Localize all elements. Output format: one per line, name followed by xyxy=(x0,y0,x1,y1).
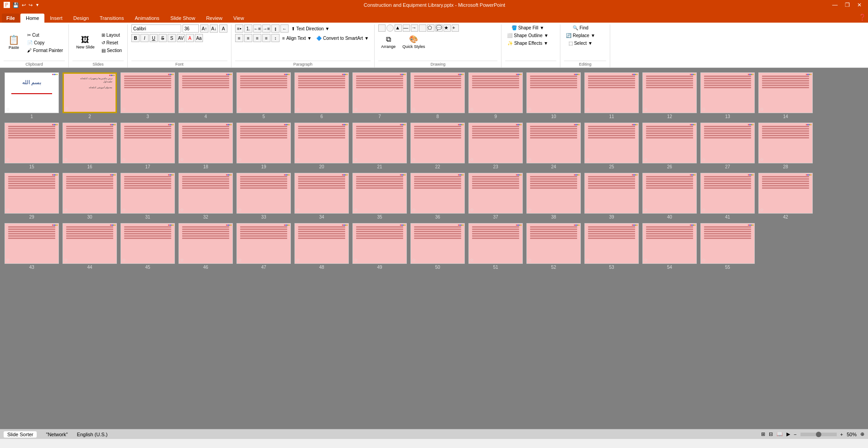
shape-outline-button[interactable]: ⬜ Shape Outline ▼ xyxy=(505,32,550,39)
view-reading-icon[interactable]: 📖 xyxy=(776,431,783,437)
slide-item[interactable]: ☆25 xyxy=(584,123,639,169)
slide-item[interactable]: ☆55 xyxy=(700,223,755,270)
font-color-button[interactable]: A xyxy=(186,34,194,42)
slide-item[interactable]: ☆33 xyxy=(236,173,291,219)
section-button[interactable]: ▤ Section xyxy=(100,47,124,54)
slide-item[interactable]: ☆26 xyxy=(642,123,697,169)
char-spacing-button[interactable]: AV xyxy=(177,34,185,42)
tab-view[interactable]: View xyxy=(228,14,250,23)
slide-item[interactable]: ☆52 xyxy=(526,223,581,270)
slide-item[interactable]: ☆46 xyxy=(178,223,233,270)
view-normal-icon[interactable]: ⊞ xyxy=(761,431,765,437)
slide-item[interactable]: ☆19 xyxy=(236,123,291,169)
view-sorter-icon[interactable]: ⊟ xyxy=(769,431,773,437)
shape-line[interactable]: — xyxy=(403,24,410,32)
zoom-out-button[interactable]: − xyxy=(794,432,796,437)
language-indicator[interactable]: English (U.S.) xyxy=(77,432,108,437)
quick-access-undo[interactable]: ↩ xyxy=(22,2,26,8)
slide-item[interactable]: ☆44 xyxy=(63,223,117,270)
slide-item[interactable]: ☆31 xyxy=(121,173,175,219)
decrease-font-button[interactable]: A↓ xyxy=(210,24,218,33)
slide-item[interactable]: ☆23 xyxy=(468,123,523,169)
slide-item[interactable]: ☆48 xyxy=(294,223,349,270)
zoom-in-button[interactable]: + xyxy=(840,432,843,437)
bullets-button[interactable]: ≡• xyxy=(235,24,243,33)
font-size-input[interactable] xyxy=(183,24,199,33)
clear-format-button[interactable]: A xyxy=(219,24,227,33)
italic-button[interactable]: I xyxy=(140,34,149,42)
tab-file[interactable]: File xyxy=(2,14,19,23)
quick-styles-button[interactable]: 🎨 Quick Styles xyxy=(400,33,428,50)
shape-more[interactable]: + xyxy=(452,24,459,32)
increase-font-button[interactable]: A↑ xyxy=(200,24,208,33)
tab-home[interactable]: Home xyxy=(20,14,44,23)
format-painter-button[interactable]: 🖌 Format Painter xyxy=(25,47,65,54)
shape-callout[interactable]: 💬 xyxy=(435,24,443,32)
slide-item[interactable]: ☆39 xyxy=(584,173,639,219)
slide-item[interactable]: ☆51 xyxy=(468,223,523,270)
slide-item[interactable]: ☆17 xyxy=(121,123,175,169)
arrange-button[interactable]: ⧉ Arrange xyxy=(378,34,398,50)
align-center-button[interactable]: ≡ xyxy=(244,34,252,42)
justify-button[interactable]: ≡ xyxy=(262,34,270,42)
tab-animations[interactable]: Animations xyxy=(129,14,164,23)
slide-item[interactable]: ☆16 xyxy=(63,123,117,169)
tab-transitions[interactable]: Transitions xyxy=(94,14,129,23)
quick-access-save[interactable]: 💾 xyxy=(13,2,19,8)
select-button[interactable]: ⬚ Select ▼ xyxy=(567,40,594,47)
slide-item[interactable]: ☆29 xyxy=(5,173,59,219)
shape-fill-button[interactable]: 🪣 Shape Fill ▼ xyxy=(510,24,546,31)
slide-item[interactable]: ☆49 xyxy=(352,223,407,270)
cut-button[interactable]: ✂ Cut xyxy=(25,32,65,38)
slide-item[interactable]: ☆8 xyxy=(410,72,465,119)
tab-review[interactable]: Review xyxy=(201,14,228,23)
shape-arrow[interactable]: → xyxy=(411,24,418,32)
rtl-button[interactable]: ← xyxy=(280,24,289,33)
slide-sorter-tab[interactable]: Slide Sorter xyxy=(4,431,37,438)
restore-button[interactable]: ❐ xyxy=(842,2,853,8)
shape-effects-button[interactable]: ✨ Shape Effects ▼ xyxy=(506,40,550,47)
slide-item[interactable]: ☆4 xyxy=(178,72,233,119)
line-spacing-button[interactable]: ↕ xyxy=(271,34,280,42)
bold-button[interactable]: B xyxy=(131,34,140,42)
slide-item[interactable]: ☆45 xyxy=(121,223,175,270)
slide-item[interactable]: ☆24 xyxy=(526,123,581,169)
slide-item[interactable]: ☆15 xyxy=(5,123,59,169)
replace-button[interactable]: 🔄 Replace ▼ xyxy=(564,32,597,39)
minimize-button[interactable]: — xyxy=(829,2,840,8)
view-slideshow-icon[interactable]: ▶ xyxy=(786,431,790,437)
layout-button[interactable]: ⊞ Layout xyxy=(100,32,124,38)
slide-item[interactable]: ☆9 xyxy=(468,72,523,119)
align-text-button[interactable]: ≡ Align Text ▼ xyxy=(280,35,313,42)
columns-button[interactable]: ⫿ xyxy=(271,24,280,33)
zoom-slider[interactable] xyxy=(800,433,837,436)
align-left-button[interactable]: ≡ xyxy=(235,34,243,42)
shape-triangle[interactable]: ▲ xyxy=(395,24,402,32)
quick-access-redo[interactable]: ↪ xyxy=(29,2,33,8)
shape-pentagon[interactable]: ⬠ xyxy=(427,24,434,32)
convert-smartart-button[interactable]: 🔷 Convert to SmartArt ▼ xyxy=(314,35,371,42)
slide-item[interactable]: ☆12 xyxy=(642,72,697,119)
slide-item[interactable]: ☆37 xyxy=(468,173,523,219)
slide-item[interactable]: ☆35 xyxy=(352,173,407,219)
zoom-level[interactable]: 50% xyxy=(847,432,857,437)
slide-item[interactable]: ☆28 xyxy=(758,123,813,169)
font-case-button[interactable]: Aa xyxy=(195,34,203,42)
text-direction-button[interactable]: ⬆ Text Direction ▼ xyxy=(289,25,331,32)
slide-item[interactable]: ☆22 xyxy=(410,123,465,169)
quick-access-more[interactable]: ▼ xyxy=(35,3,39,7)
slide-item[interactable]: ☆43 xyxy=(5,223,59,270)
close-button[interactable]: ✕ xyxy=(854,2,864,8)
slide-item[interactable]: ☆6 xyxy=(294,72,349,119)
copy-button[interactable]: 📄 Copy xyxy=(25,39,65,46)
strikethrough-button[interactable]: S xyxy=(159,34,167,42)
network-tab[interactable]: "Network" xyxy=(42,431,71,438)
underline-button[interactable]: U xyxy=(149,34,158,42)
slide-item[interactable]: بسم الله☆1 xyxy=(5,72,59,119)
reset-button[interactable]: ↺ Reset xyxy=(100,39,124,46)
slide-item[interactable]: ☆38 xyxy=(526,173,581,219)
help-icon[interactable]: ❓ xyxy=(858,14,866,21)
fit-button[interactable]: ⊕ xyxy=(860,431,864,437)
numbering-button[interactable]: 1. xyxy=(244,24,252,33)
slide-item[interactable]: ☆27 xyxy=(700,123,755,169)
